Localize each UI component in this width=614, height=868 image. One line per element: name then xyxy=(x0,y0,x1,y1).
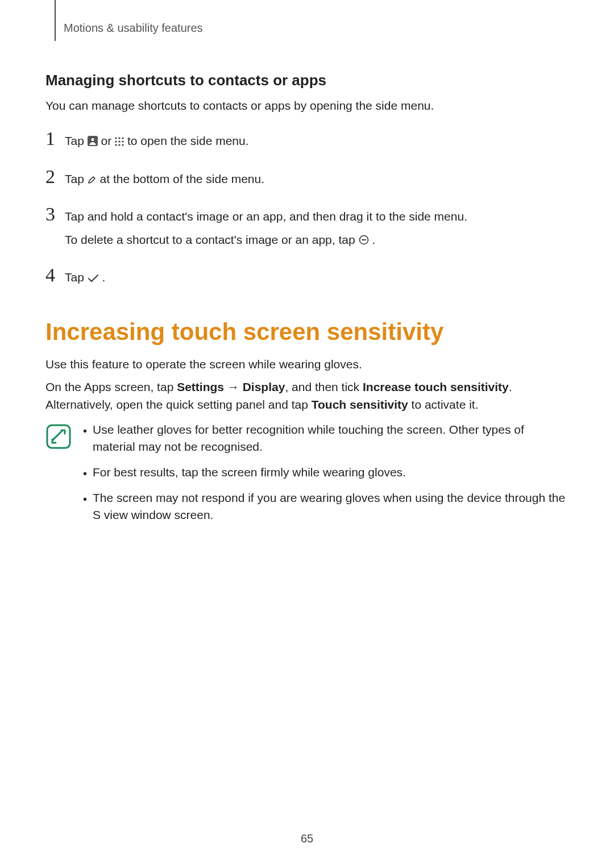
svg-point-3 xyxy=(118,138,120,139)
paragraph: Use this feature to operate the screen w… xyxy=(45,356,569,373)
svg-point-6 xyxy=(118,141,120,143)
section-intro: You can manage shortcuts to contacts or … xyxy=(45,97,569,114)
svg-point-7 xyxy=(122,141,123,143)
step-3: 3 Tap and hold a contact's image or an a… xyxy=(45,205,569,248)
note-text: The screen may not respond if you are we… xyxy=(93,489,569,524)
svg-point-9 xyxy=(118,144,120,146)
text: On the Apps screen, tap xyxy=(45,380,177,393)
note-item: • For best results, tap the screen firml… xyxy=(83,464,569,481)
svg-point-8 xyxy=(115,144,117,146)
step-text: Tap and hold a contact's image or an app… xyxy=(65,208,467,225)
bullet-icon: • xyxy=(83,421,87,439)
page-number: 65 xyxy=(0,832,614,845)
step-text: Tap xyxy=(65,271,88,284)
step-number: 2 xyxy=(45,167,65,186)
step-number: 4 xyxy=(45,265,65,285)
breadcrumb: Motions & usability features xyxy=(64,22,203,35)
display-label: Display xyxy=(243,380,285,393)
step-text: Tap xyxy=(65,134,88,147)
page-title: Increasing touch screen sensitivity xyxy=(45,318,569,346)
check-done-icon xyxy=(88,275,99,283)
step-2: 2 Tap at the bottom of the side menu. xyxy=(45,167,569,188)
note-item: • The screen may not respond if you are … xyxy=(83,489,569,524)
text: → xyxy=(224,380,243,393)
bullet-icon: • xyxy=(83,464,87,481)
svg-point-2 xyxy=(115,138,117,139)
step-text: or xyxy=(101,134,115,147)
contact-icon xyxy=(88,136,98,146)
remove-minus-icon xyxy=(359,235,369,245)
note-text: For best results, tap the screen firmly … xyxy=(93,464,406,481)
svg-point-5 xyxy=(115,141,117,143)
increase-touch-sensitivity-label: Increase touch sensitivity xyxy=(363,380,509,393)
svg-rect-13 xyxy=(47,425,70,448)
settings-label: Settings xyxy=(177,380,224,393)
edit-pencil-icon xyxy=(88,175,97,184)
note-text: Use leather gloves for better recognitio… xyxy=(93,421,569,456)
step-text: . xyxy=(102,271,106,284)
bullet-icon: • xyxy=(83,489,87,507)
svg-point-10 xyxy=(122,144,123,146)
note-block: • Use leather gloves for better recognit… xyxy=(45,421,569,532)
paragraph: On the Apps screen, tap Settings → Displ… xyxy=(45,379,569,413)
step-4: 4 Tap . xyxy=(45,265,569,286)
text: , and then tick xyxy=(285,380,363,393)
note-icon xyxy=(45,421,73,532)
svg-point-1 xyxy=(91,138,94,141)
apps-grid-icon xyxy=(115,137,124,146)
touch-sensitivity-label: Touch sensitivity xyxy=(312,398,408,411)
section-heading: Managing shortcuts to contacts or apps xyxy=(45,72,569,89)
step-1: 1 Tap or xyxy=(45,129,569,149)
step-number: 3 xyxy=(45,205,65,224)
header-divider xyxy=(55,0,56,41)
step-text: to open the side menu. xyxy=(127,134,249,147)
svg-point-4 xyxy=(122,138,123,139)
step-text: Tap xyxy=(65,172,88,185)
step-number: 1 xyxy=(45,129,65,148)
text: to activate it. xyxy=(408,398,479,411)
note-item: • Use leather gloves for better recognit… xyxy=(83,421,569,456)
step-text: . xyxy=(372,233,375,246)
step-text: at the bottom of the side menu. xyxy=(100,172,265,185)
step-text: To delete a shortcut to a contact's imag… xyxy=(65,233,359,246)
